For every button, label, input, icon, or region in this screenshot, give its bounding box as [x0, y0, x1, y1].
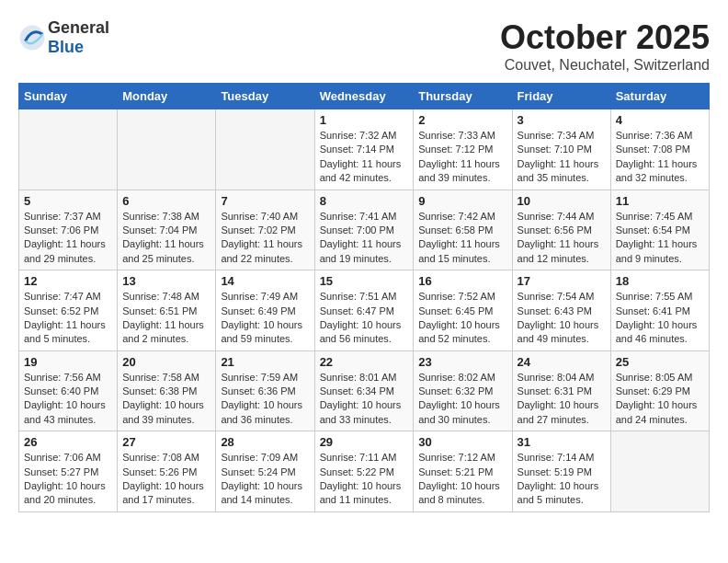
calendar-cell: 6Sunrise: 7:38 AMSunset: 7:04 PMDaylight…: [118, 190, 216, 270]
day-header-wednesday: Wednesday: [314, 84, 414, 109]
day-info: Sunrise: 7:55 AMSunset: 6:41 PMDaylight:…: [616, 290, 704, 347]
page-header: General Blue October 2025 Couvet, Neucha…: [18, 18, 710, 74]
day-number: 12: [24, 274, 112, 288]
day-number: 5: [24, 194, 112, 208]
calendar-cell: [216, 109, 314, 190]
calendar-cell: 16Sunrise: 7:52 AMSunset: 6:45 PMDayligh…: [414, 270, 512, 351]
month-title: October 2025: [500, 18, 710, 57]
day-info: Sunrise: 7:36 AMSunset: 7:08 PMDaylight:…: [616, 129, 704, 186]
day-number: 4: [616, 113, 704, 127]
day-number: 14: [221, 274, 309, 288]
calendar-header-row: SundayMondayTuesdayWednesdayThursdayFrid…: [19, 84, 710, 109]
day-info: Sunrise: 7:49 AMSunset: 6:49 PMDaylight:…: [221, 290, 309, 347]
calendar-cell: 12Sunrise: 7:47 AMSunset: 6:52 PMDayligh…: [19, 270, 118, 351]
day-number: 28: [221, 435, 309, 449]
day-header-saturday: Saturday: [610, 84, 709, 109]
calendar-week-row: 1Sunrise: 7:32 AMSunset: 7:14 PMDaylight…: [19, 109, 710, 190]
day-info: Sunrise: 8:01 AMSunset: 6:34 PMDaylight:…: [320, 371, 409, 428]
location-subtitle: Couvet, Neuchatel, Switzerland: [500, 57, 710, 74]
day-info: Sunrise: 7:42 AMSunset: 6:58 PMDaylight:…: [418, 210, 506, 267]
calendar-cell: 7Sunrise: 7:40 AMSunset: 7:02 PMDaylight…: [216, 190, 314, 270]
day-number: 15: [320, 274, 409, 288]
calendar-cell: 2Sunrise: 7:33 AMSunset: 7:12 PMDaylight…: [414, 109, 512, 190]
day-info: Sunrise: 7:33 AMSunset: 7:12 PMDaylight:…: [418, 129, 506, 186]
day-info: Sunrise: 7:58 AMSunset: 6:38 PMDaylight:…: [122, 371, 210, 428]
logo-text-general: General: [48, 18, 109, 37]
calendar-cell: 13Sunrise: 7:48 AMSunset: 6:51 PMDayligh…: [118, 270, 216, 351]
day-info: Sunrise: 8:02 AMSunset: 6:32 PMDaylight:…: [418, 371, 506, 428]
logo-text-blue: Blue: [48, 38, 84, 56]
calendar-week-row: 19Sunrise: 7:56 AMSunset: 6:40 PMDayligh…: [19, 350, 710, 431]
day-header-monday: Monday: [118, 84, 216, 109]
day-number: 18: [616, 274, 704, 288]
day-info: Sunrise: 7:14 AMSunset: 5:19 PMDaylight:…: [518, 451, 606, 508]
calendar-cell: 28Sunrise: 7:09 AMSunset: 5:24 PMDayligh…: [216, 431, 314, 512]
day-info: Sunrise: 8:05 AMSunset: 6:29 PMDaylight:…: [616, 371, 704, 428]
day-number: 29: [320, 435, 409, 449]
day-number: 19: [24, 355, 112, 369]
logo: General Blue: [18, 18, 109, 57]
day-number: 2: [418, 113, 506, 127]
day-info: Sunrise: 7:41 AMSunset: 7:00 PMDaylight:…: [320, 210, 409, 267]
day-info: Sunrise: 7:32 AMSunset: 7:14 PMDaylight:…: [320, 129, 409, 186]
calendar-cell: 10Sunrise: 7:44 AMSunset: 6:56 PMDayligh…: [512, 190, 610, 270]
day-info: Sunrise: 7:45 AMSunset: 6:54 PMDaylight:…: [616, 210, 704, 267]
day-header-friday: Friday: [512, 84, 610, 109]
day-info: Sunrise: 7:59 AMSunset: 6:36 PMDaylight:…: [221, 371, 309, 428]
calendar-week-row: 12Sunrise: 7:47 AMSunset: 6:52 PMDayligh…: [19, 270, 710, 351]
logo-icon: [18, 24, 46, 52]
day-number: 7: [221, 194, 309, 208]
calendar-week-row: 5Sunrise: 7:37 AMSunset: 7:06 PMDaylight…: [19, 190, 710, 270]
day-number: 30: [418, 435, 506, 449]
day-info: Sunrise: 7:09 AMSunset: 5:24 PMDaylight:…: [221, 451, 309, 508]
calendar-cell: 5Sunrise: 7:37 AMSunset: 7:06 PMDaylight…: [19, 190, 118, 270]
calendar-cell: 9Sunrise: 7:42 AMSunset: 6:58 PMDaylight…: [414, 190, 512, 270]
day-number: 16: [418, 274, 506, 288]
day-info: Sunrise: 7:56 AMSunset: 6:40 PMDaylight:…: [24, 371, 112, 428]
calendar-cell: 27Sunrise: 7:08 AMSunset: 5:26 PMDayligh…: [118, 431, 216, 512]
day-number: 11: [616, 194, 704, 208]
day-number: 6: [122, 194, 210, 208]
day-info: Sunrise: 7:06 AMSunset: 5:27 PMDaylight:…: [24, 451, 112, 508]
calendar-cell: 8Sunrise: 7:41 AMSunset: 7:00 PMDaylight…: [314, 190, 414, 270]
calendar-cell: 15Sunrise: 7:51 AMSunset: 6:47 PMDayligh…: [314, 270, 414, 351]
day-info: Sunrise: 7:51 AMSunset: 6:47 PMDaylight:…: [320, 290, 409, 347]
day-number: 31: [518, 435, 606, 449]
day-number: 1: [320, 113, 409, 127]
calendar-cell: [19, 109, 118, 190]
calendar-cell: 18Sunrise: 7:55 AMSunset: 6:41 PMDayligh…: [610, 270, 709, 351]
day-info: Sunrise: 7:08 AMSunset: 5:26 PMDaylight:…: [122, 451, 210, 508]
day-info: Sunrise: 7:44 AMSunset: 6:56 PMDaylight:…: [518, 210, 606, 267]
day-info: Sunrise: 7:54 AMSunset: 6:43 PMDaylight:…: [518, 290, 606, 347]
day-number: 25: [616, 355, 704, 369]
calendar-cell: 4Sunrise: 7:36 AMSunset: 7:08 PMDaylight…: [610, 109, 709, 190]
calendar-cell: 11Sunrise: 7:45 AMSunset: 6:54 PMDayligh…: [610, 190, 709, 270]
calendar-cell: 14Sunrise: 7:49 AMSunset: 6:49 PMDayligh…: [216, 270, 314, 351]
day-number: 23: [418, 355, 506, 369]
calendar-cell: [610, 431, 709, 512]
day-header-tuesday: Tuesday: [216, 84, 314, 109]
day-number: 3: [518, 113, 606, 127]
day-number: 20: [122, 355, 210, 369]
day-info: Sunrise: 7:52 AMSunset: 6:45 PMDaylight:…: [418, 290, 506, 347]
day-info: Sunrise: 7:38 AMSunset: 7:04 PMDaylight:…: [122, 210, 210, 267]
day-info: Sunrise: 7:40 AMSunset: 7:02 PMDaylight:…: [221, 210, 309, 267]
calendar-week-row: 26Sunrise: 7:06 AMSunset: 5:27 PMDayligh…: [19, 431, 710, 512]
day-number: 17: [518, 274, 606, 288]
calendar-cell: 20Sunrise: 7:58 AMSunset: 6:38 PMDayligh…: [118, 350, 216, 431]
day-info: Sunrise: 7:34 AMSunset: 7:10 PMDaylight:…: [518, 129, 606, 186]
calendar-cell: 23Sunrise: 8:02 AMSunset: 6:32 PMDayligh…: [414, 350, 512, 431]
day-number: 24: [518, 355, 606, 369]
calendar-cell: 19Sunrise: 7:56 AMSunset: 6:40 PMDayligh…: [19, 350, 118, 431]
calendar-table: SundayMondayTuesdayWednesdayThursdayFrid…: [18, 83, 710, 512]
day-info: Sunrise: 7:47 AMSunset: 6:52 PMDaylight:…: [24, 290, 112, 347]
calendar-cell: 21Sunrise: 7:59 AMSunset: 6:36 PMDayligh…: [216, 350, 314, 431]
day-number: 10: [518, 194, 606, 208]
day-number: 13: [122, 274, 210, 288]
calendar-cell: 29Sunrise: 7:11 AMSunset: 5:22 PMDayligh…: [314, 431, 414, 512]
day-header-thursday: Thursday: [414, 84, 512, 109]
day-info: Sunrise: 7:12 AMSunset: 5:21 PMDaylight:…: [418, 451, 506, 508]
day-number: 27: [122, 435, 210, 449]
day-number: 22: [320, 355, 409, 369]
day-header-sunday: Sunday: [19, 84, 118, 109]
